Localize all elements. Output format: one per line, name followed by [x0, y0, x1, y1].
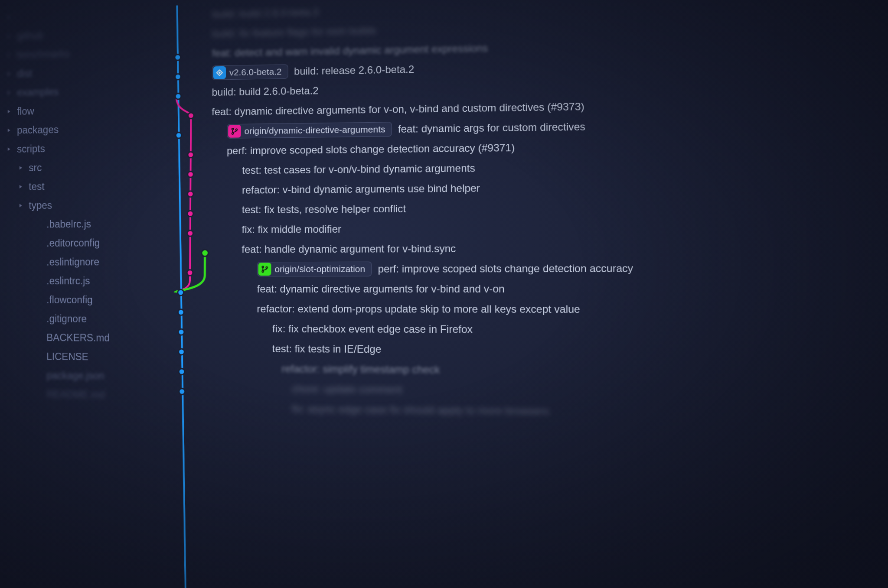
tree-item-label: package.json [46, 370, 104, 382]
tree-item-label: github [17, 29, 43, 42]
tree-item-label: packages [17, 124, 59, 136]
commit-message: test: fix tests in IE/Edge [272, 343, 382, 355]
commit-message: refactor: simplify timestamp check [281, 363, 440, 376]
tree-item-label: examples [17, 86, 59, 98]
commit-message: chore: update comment [292, 383, 402, 396]
tree-file[interactable]: .eslintignore [3, 252, 143, 272]
svg-point-25 [266, 267, 268, 269]
commit-message: fix: fix checkbox event edge case in Fir… [272, 323, 473, 335]
commit-row[interactable]: refactor: extend dom-props update skip t… [196, 299, 888, 320]
commit-message: feat: dynamic directive arguments for v-… [212, 101, 584, 118]
commit-row[interactable]: fix: fix checkbox event edge case in Fir… [196, 319, 888, 341]
tree-file[interactable]: LICENSE [3, 347, 143, 367]
commit-message: feat: dynamic args for custom directives [398, 120, 585, 135]
tree-folder[interactable]: benchmarks [3, 42, 143, 65]
commit-message: test: test cases for v-on/v-bind dynamic… [242, 162, 475, 176]
commit-message: perf: improve scoped slots change detect… [227, 142, 515, 157]
tree-item-label: benchmarks [17, 48, 70, 61]
branch-badge[interactable]: origin/slot-optimization [257, 262, 372, 276]
tag-badge[interactable]: v2.6.0-beta.2 [212, 64, 288, 80]
tree-folder[interactable]: scripts [3, 138, 143, 159]
tree-folder[interactable]: types [3, 195, 143, 215]
svg-point-22 [236, 129, 238, 130]
tree-folder[interactable]: packages [3, 119, 143, 140]
tree-item-label: BACKERS.md [46, 332, 110, 344]
commit-message: build: fix feature flags for esm builds [212, 25, 376, 40]
tree-item-label: .gitignore [46, 313, 87, 325]
expand-arrow-icon [6, 91, 12, 95]
file-tree-sidebar: githubbenchmarksdistexamplesflowpackages… [3, 0, 143, 588]
tree-file[interactable]: BACKERS.md [3, 328, 143, 348]
tree-item-label: .editorconfig [46, 237, 100, 249]
tree-item-label: types [29, 199, 52, 211]
badge-label: origin/dynamic-directive-arguments [245, 124, 385, 136]
tree-file[interactable]: .gitignore [3, 309, 143, 328]
tree-folder[interactable]: src [3, 157, 143, 178]
expand-arrow-icon [18, 185, 24, 189]
tree-folder[interactable]: test [3, 176, 143, 196]
commit-message: refactor: v-bind dynamic arguments use b… [242, 182, 480, 196]
svg-point-24 [262, 271, 264, 273]
commit-message: refactor: extend dom-props update skip t… [257, 303, 580, 315]
commit-row[interactable]: fix: fix middle modifier [196, 216, 888, 240]
expand-arrow-icon [6, 128, 12, 133]
commit-message: build: release 2.6.0-beta.2 [294, 63, 414, 78]
git-graph-panel: build: build 2.6.0-beta.3build: fix feat… [143, 0, 888, 588]
tree-item-label: test [29, 181, 44, 192]
tree-item-label: .flowconfig [46, 294, 93, 306]
badge-label: v2.6.0-beta.2 [229, 66, 282, 78]
tree-item-label: README.md [46, 389, 104, 401]
expand-arrow-icon [6, 147, 12, 151]
branch-badge[interactable]: origin/dynamic-directive-arguments [227, 122, 392, 139]
svg-point-21 [232, 133, 234, 134]
commit-message: perf: improve scoped slots change detect… [378, 262, 633, 275]
commit-message: fix: async edge case fix should apply to… [292, 403, 549, 418]
tree-file[interactable]: package.json [3, 366, 143, 386]
tree-item-label: .eslintignore [46, 256, 99, 268]
svg-point-23 [262, 266, 264, 268]
branch-icon [258, 263, 271, 276]
commit-message: test: fix tests, resolve helper conflict [242, 203, 406, 216]
tree-item-label: scripts [17, 143, 45, 155]
tree-item-label: dist [17, 68, 32, 79]
tree-folder[interactable]: flow [3, 100, 143, 121]
commit-message: fix: fix middle modifier [242, 223, 341, 236]
commit-row[interactable]: origin/slot-optimizationperf: improve sc… [196, 257, 888, 279]
tree-file[interactable]: .editorconfig [3, 233, 143, 253]
tree-item-label: LICENSE [46, 351, 88, 362]
svg-point-19 [219, 72, 220, 73]
expand-arrow-icon [6, 53, 12, 57]
expand-arrow-icon [6, 34, 12, 38]
tree-file[interactable]: .babelrc.js [3, 214, 143, 234]
expand-arrow-icon [18, 166, 24, 170]
commit-row[interactable]: feat: dynamic directive arguments for v-… [196, 278, 888, 299]
commit-message: build: build 2.6.0-beta.2 [212, 84, 318, 98]
tree-item-label: flow [17, 105, 34, 117]
tree-file[interactable]: README.md [3, 384, 143, 405]
commit-message: build: build 2.6.0-beta.3 [212, 6, 318, 20]
commit-message: feat: dynamic directive arguments for v-… [257, 283, 505, 295]
svg-point-20 [232, 128, 234, 130]
tree-item-label: .eslintrc.js [46, 275, 90, 287]
tree-item-label: src [29, 162, 42, 173]
tag-icon [213, 66, 226, 79]
badge-label: origin/slot-optimization [274, 264, 365, 274]
tree-folder[interactable]: dist [3, 62, 143, 83]
commit-row[interactable]: feat: handle dynamic argument for v-bind… [196, 237, 888, 260]
tree-folder[interactable]: examples [3, 81, 143, 102]
tree-file[interactable]: .flowconfig [3, 290, 143, 309]
expand-arrow-icon [18, 203, 24, 208]
branch-icon [228, 125, 241, 138]
expand-arrow-icon [6, 71, 12, 76]
tree-item-label: .babelrc.js [46, 218, 91, 230]
expand-arrow-icon [6, 109, 12, 114]
tree-folder[interactable]: github [3, 23, 143, 46]
expand-arrow-icon [6, 15, 12, 19]
tree-file[interactable]: .eslintrc.js [3, 271, 143, 290]
commit-message: feat: handle dynamic argument for v-bind… [242, 243, 456, 256]
commit-message: feat: detect and warn invalid dynamic ar… [212, 42, 488, 59]
